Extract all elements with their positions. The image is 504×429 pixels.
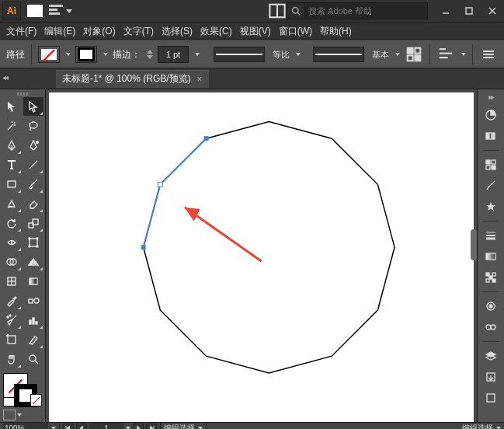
hand-tool[interactable] bbox=[2, 350, 22, 368]
magic-wand-tool[interactable] bbox=[2, 117, 22, 135]
symbols-panel-icon[interactable] bbox=[481, 197, 501, 217]
stroke-weight-stepper[interactable] bbox=[147, 50, 153, 59]
close-tab-icon[interactable]: × bbox=[197, 74, 203, 85]
line-segment-tool[interactable] bbox=[23, 155, 43, 174]
chevron-down-icon[interactable] bbox=[195, 53, 200, 56]
curvature-tool[interactable] bbox=[23, 136, 43, 155]
menu-help[interactable]: 帮助(H) bbox=[320, 25, 352, 38]
artboard[interactable] bbox=[49, 92, 474, 422]
paintbrush-tool[interactable] bbox=[23, 175, 43, 194]
title-swatch[interactable] bbox=[27, 5, 43, 17]
shape-builder-tool[interactable] bbox=[2, 253, 22, 271]
menu-type[interactable]: 文字(T) bbox=[123, 25, 154, 38]
zoom-tool[interactable] bbox=[23, 350, 43, 368]
type-tool[interactable] bbox=[2, 155, 22, 174]
artboard-number-field[interactable] bbox=[89, 423, 123, 429]
document-tab[interactable]: 未标题-1* @ 100% (RGB/预览) × bbox=[56, 70, 209, 88]
minimize-button[interactable] bbox=[434, 3, 457, 19]
pen-tool[interactable] bbox=[2, 136, 22, 155]
menu-edit[interactable]: 编辑(E) bbox=[44, 25, 75, 38]
perspective-grid-tool[interactable] bbox=[23, 253, 43, 271]
blend-tool[interactable] bbox=[23, 291, 43, 310]
stroke-panel-icon[interactable] bbox=[481, 225, 501, 246]
selected-segment[interactable] bbox=[144, 184, 161, 247]
status-bar: 编组选择 编组选择 bbox=[0, 422, 504, 429]
menu-object[interactable]: 对象(O) bbox=[83, 25, 115, 38]
swatches-panel-icon[interactable] bbox=[481, 155, 501, 175]
rotate-tool[interactable] bbox=[2, 214, 22, 232]
eraser-tool[interactable] bbox=[23, 194, 43, 213]
screen-mode-icon[interactable] bbox=[3, 410, 16, 420]
brushes-panel-icon[interactable] bbox=[481, 176, 501, 196]
artboards-panel-icon[interactable] bbox=[481, 388, 501, 408]
zoom-field[interactable] bbox=[3, 423, 48, 429]
direct-selection-tool[interactable] bbox=[23, 97, 43, 116]
close-button[interactable] bbox=[481, 3, 504, 19]
search-input[interactable] bbox=[305, 6, 427, 16]
last-artboard-button[interactable] bbox=[146, 424, 157, 430]
chevron-down-icon[interactable] bbox=[395, 53, 400, 56]
lasso-tool[interactable] bbox=[23, 117, 43, 135]
scrollbar-thumb[interactable] bbox=[471, 229, 477, 260]
anchor-point[interactable] bbox=[141, 245, 146, 249]
chevron-down-icon[interactable] bbox=[103, 53, 108, 56]
svg-marker-46 bbox=[185, 208, 200, 221]
workspace-switcher-icon[interactable] bbox=[49, 5, 63, 17]
menu-effect[interactable]: 效果(C) bbox=[200, 25, 232, 38]
free-transform-tool[interactable] bbox=[23, 233, 43, 252]
menu-file[interactable]: 文件(F) bbox=[6, 25, 36, 38]
help-search[interactable] bbox=[287, 2, 428, 19]
artboard-tool[interactable] bbox=[2, 330, 22, 349]
collapse-icon[interactable]: ▸▸ bbox=[4, 75, 9, 83]
chevron-down-icon[interactable] bbox=[296, 53, 301, 56]
eyedropper-tool[interactable] bbox=[2, 291, 22, 310]
chevron-down-icon[interactable] bbox=[66, 53, 71, 56]
chevron-down-icon[interactable] bbox=[17, 413, 22, 417]
slice-tool[interactable] bbox=[23, 330, 43, 349]
expand-panels-icon[interactable]: ▸▸ bbox=[488, 92, 493, 101]
fill-swatch[interactable] bbox=[38, 46, 60, 63]
brush-definition[interactable] bbox=[313, 47, 364, 62]
chevron-down-icon[interactable] bbox=[461, 53, 466, 56]
opacity-icon[interactable] bbox=[405, 45, 423, 64]
arrange-documents-icon[interactable] bbox=[268, 2, 287, 20]
stroke-weight-input[interactable] bbox=[158, 46, 189, 63]
anchor-point-selected[interactable] bbox=[158, 182, 162, 187]
selection-tool[interactable] bbox=[2, 97, 22, 116]
maximize-button[interactable] bbox=[457, 3, 481, 19]
graphic-styles-panel-icon[interactable] bbox=[481, 317, 501, 337]
menu-view[interactable]: 视图(V) bbox=[240, 25, 271, 38]
variable-width-profile[interactable] bbox=[214, 47, 265, 62]
gradient-tool[interactable] bbox=[23, 272, 43, 291]
svg-rect-10 bbox=[408, 55, 413, 61]
width-tool[interactable] bbox=[2, 233, 22, 252]
layers-panel-icon[interactable] bbox=[481, 346, 501, 366]
stroke-swatch[interactable] bbox=[75, 46, 97, 63]
chevron-down-icon[interactable] bbox=[66, 9, 72, 13]
gradient-panel-icon[interactable] bbox=[481, 246, 501, 267]
align-icon[interactable] bbox=[436, 45, 455, 64]
mesh-tool[interactable] bbox=[2, 272, 22, 291]
rectangle-tool[interactable] bbox=[2, 175, 22, 194]
menu-window[interactable]: 窗口(W) bbox=[279, 25, 312, 38]
selected-segment[interactable] bbox=[160, 138, 206, 184]
panel-menu-icon[interactable] bbox=[479, 45, 498, 64]
anchor-point[interactable] bbox=[204, 136, 209, 141]
asset-export-panel-icon[interactable] bbox=[481, 367, 501, 387]
prev-artboard-button[interactable] bbox=[76, 424, 87, 430]
menu-select[interactable]: 选择(S) bbox=[162, 25, 193, 38]
symbol-sprayer-tool[interactable] bbox=[2, 311, 22, 330]
transparency-panel-icon[interactable] bbox=[481, 267, 501, 288]
shaper-tool[interactable] bbox=[2, 194, 22, 213]
first-artboard-button[interactable] bbox=[63, 424, 74, 430]
path-dodecagon[interactable] bbox=[144, 121, 395, 372]
scale-tool[interactable] bbox=[23, 214, 43, 232]
color-guide-panel-icon[interactable] bbox=[481, 126, 501, 146]
fill-stroke-indicator[interactable] bbox=[0, 370, 45, 392]
appearance-panel-icon[interactable] bbox=[481, 296, 501, 316]
search-icon[interactable] bbox=[287, 4, 305, 18]
color-panel-icon[interactable] bbox=[481, 105, 501, 125]
next-artboard-button[interactable] bbox=[133, 424, 144, 430]
column-graph-tool[interactable] bbox=[23, 311, 43, 330]
none-mode-icon[interactable] bbox=[30, 394, 42, 406]
